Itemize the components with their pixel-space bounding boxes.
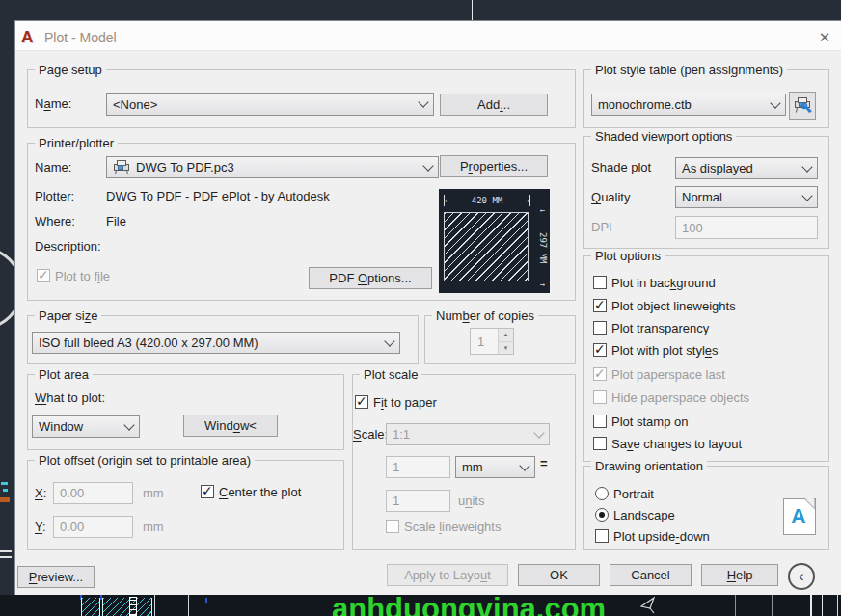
- canvas-line: [472, 0, 473, 20]
- chevron-down-icon: [422, 160, 433, 171]
- option-label: Plot transparency: [611, 321, 709, 336]
- hide-paperspace-objects-checkbox: Hide paperspace objects: [593, 390, 749, 406]
- offset-x-field: 0.00: [53, 482, 133, 504]
- offset-y-unit: mm: [143, 520, 164, 535]
- offset-y-label: Y:: [35, 520, 46, 535]
- orientation-paper-icon: A: [783, 498, 816, 535]
- units-label: units: [458, 494, 484, 509]
- plot-offset-title: Plot offset (origin set to printable are…: [35, 453, 255, 468]
- canvas-line: [837, 595, 838, 616]
- add-button[interactable]: Add...: [440, 94, 548, 116]
- plot-object-lineweights-checkbox[interactable]: Plot object lineweights: [593, 299, 736, 314]
- chevron-down-icon: [123, 419, 134, 430]
- canvas-mark: [205, 598, 207, 603]
- canvas-detail: [129, 597, 137, 616]
- arrow-left-icon: ←: [445, 196, 449, 205]
- edit-plot-style-button[interactable]: [789, 92, 816, 120]
- copies-value: 1: [471, 329, 498, 354]
- plot-to-file-label: Plot to file: [55, 269, 110, 284]
- arrow-down-icon: ↓: [538, 208, 548, 213]
- scale-unit-select[interactable]: mm: [455, 456, 535, 478]
- dpi-label: DPI: [591, 220, 612, 235]
- center-the-plot-checkbox[interactable]: Center the plot: [201, 485, 301, 500]
- plot-stamp-on-checkbox[interactable]: Plot stamp on: [593, 415, 689, 430]
- landscape-label: Landscape: [613, 508, 675, 523]
- autocad-screen: A Plot - Model ✕ Page setup Name: <None>…: [0, 0, 841, 616]
- preview-button[interactable]: Preview...: [17, 566, 95, 588]
- checkbox-icon: [593, 321, 607, 335]
- page-setup-name-select[interactable]: <None>: [106, 93, 434, 116]
- what-to-plot-label: What to plot:: [35, 390, 105, 406]
- scale-drawing-field: 1: [386, 490, 450, 512]
- canvas-mark: [1, 482, 8, 485]
- checkbox-icon: [593, 437, 607, 450]
- help-button[interactable]: Help: [701, 564, 778, 586]
- plot-style-select[interactable]: monochrome.ctb: [591, 94, 786, 116]
- paper-preview: ← 420 MM → ↓ 297 MM ↑: [439, 189, 550, 293]
- watermark-text: anhduongvina.com: [332, 594, 606, 616]
- cancel-button[interactable]: Cancel: [610, 564, 692, 586]
- center-the-plot-label: Center the plot: [219, 485, 301, 500]
- ok-button[interactable]: OK: [518, 564, 600, 586]
- plot-style-value: monochrome.ctb: [598, 97, 692, 112]
- printer-name-value: DWG To PDF.pc3: [136, 160, 234, 174]
- scale-label: Scale:: [353, 427, 388, 442]
- plot-to-file-checkbox: Plot to file: [37, 269, 110, 284]
- what-to-plot-select[interactable]: Window: [32, 415, 140, 438]
- checkbox-icon: [593, 390, 607, 404]
- plot-in-background-checkbox[interactable]: Plot in background: [593, 276, 716, 291]
- save-changes-to-layout-checkbox[interactable]: Save changes to layout: [593, 437, 742, 452]
- landscape-radio[interactable]: Landscape: [595, 508, 675, 523]
- dpi-field: 100: [675, 216, 818, 239]
- plot-area-title: Plot area: [35, 367, 93, 382]
- chevron-down-icon: [533, 427, 544, 438]
- preview-button-label: Preview...: [29, 570, 83, 584]
- fit-to-paper-checkbox[interactable]: Fit to paper: [355, 395, 437, 411]
- paper-size-value: ISO full bleed A3 (420.00 x 297.00 MM): [39, 335, 258, 350]
- portrait-radio[interactable]: Portrait: [595, 487, 654, 502]
- option-label: Save changes to layout: [611, 437, 742, 452]
- chevron-down-icon: [384, 335, 394, 346]
- checkbox-icon: [595, 529, 609, 543]
- description-label: Description:: [35, 239, 101, 254]
- copies-title: Number of copies: [432, 308, 538, 323]
- pdf-options-button[interactable]: PDF Options...: [309, 267, 432, 289]
- plot-transparency-checkbox[interactable]: Plot transparency: [593, 321, 709, 336]
- plot-with-plot-styles-checkbox[interactable]: Plot with plot styles: [593, 343, 719, 359]
- plot-upside-down-checkbox[interactable]: Plot upside-down: [595, 529, 710, 545]
- quality-select[interactable]: Normal: [675, 186, 818, 208]
- arrow-right-icon: →: [525, 196, 529, 205]
- canvas-mark: [3, 489, 8, 492]
- paper-size-select[interactable]: ISO full bleed A3 (420.00 x 297.00 MM): [32, 332, 400, 354]
- window-pick-button[interactable]: Window<: [183, 415, 278, 437]
- page-setup-title: Page setup: [35, 63, 106, 77]
- copies-stepper: 1 ▲ ▼: [470, 328, 514, 355]
- apply-to-layout-button: Apply to Layout: [387, 564, 508, 586]
- checkbox-icon: [386, 520, 399, 533]
- properties-button[interactable]: Properties...: [440, 155, 548, 177]
- paper-size-title: Paper size: [35, 308, 101, 323]
- offset-y-field: 0.00: [53, 516, 133, 538]
- plot-scale-title: Plot scale: [360, 367, 421, 382]
- dialog-title: Plot - Model: [44, 30, 117, 45]
- plotter-printer-icon: [113, 160, 131, 174]
- quality-value: Normal: [682, 190, 722, 204]
- spinner-up-icon: ▲: [499, 329, 513, 342]
- orientation-letter: A: [791, 504, 806, 529]
- printer-name-select[interactable]: DWG To PDF.pc3: [106, 156, 439, 178]
- canvas-line: [154, 595, 155, 616]
- checkbox-icon: [593, 415, 607, 428]
- paper-width-dimension: ← 420 MM →: [444, 195, 530, 206]
- shade-plot-select[interactable]: As displayed: [675, 157, 818, 179]
- canvas-line: [188, 595, 189, 616]
- pdf-options-button-label: PDF Options...: [329, 271, 411, 285]
- autocad-logo-icon: A: [21, 28, 33, 47]
- option-label: Plot stamp on: [611, 415, 689, 430]
- shade-plot-label: Shade plot: [591, 160, 651, 175]
- plot-style-title: Plot style table (pen assignments): [591, 63, 787, 77]
- less-options-button[interactable]: ‹: [788, 563, 815, 590]
- option-label: Plot in background: [611, 276, 716, 291]
- close-icon[interactable]: ✕: [815, 29, 834, 48]
- printer-title: Printer/plotter: [35, 136, 118, 150]
- scale-lineweights-label: Scale lineweights: [404, 520, 501, 535]
